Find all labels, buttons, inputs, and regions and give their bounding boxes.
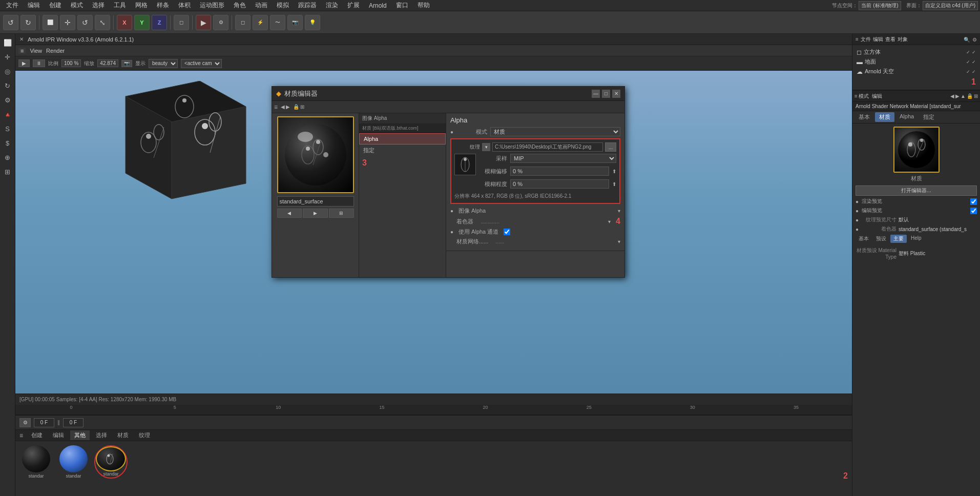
mat-ball-1[interactable]: standar xyxy=(19,445,53,479)
redo-button[interactable]: ↻ xyxy=(20,15,36,30)
light-button[interactable]: 💡 xyxy=(305,15,320,30)
sampling-dropdown[interactable]: MIP xyxy=(510,154,616,163)
sidebar-icon-6[interactable]: 🔺 xyxy=(1,108,14,121)
mat-lock-icon[interactable]: 🔒 xyxy=(293,104,299,110)
sidebar-icon-5[interactable]: ⚙ xyxy=(1,93,14,107)
generators-button[interactable]: ⚡ xyxy=(253,15,268,30)
radio-mode[interactable]: ● xyxy=(450,129,453,135)
radio-use-alpha[interactable]: ● xyxy=(450,229,453,235)
mat-list-item-alpha[interactable]: Alpha xyxy=(359,133,446,144)
rb-fwd[interactable]: ▶ xyxy=(955,93,960,99)
sidebar-icon-7[interactable]: S xyxy=(1,122,14,135)
menu-render[interactable]: 渲染 xyxy=(322,0,342,11)
sub-tab-help[interactable]: Help xyxy=(908,235,925,243)
render-preview-checkbox[interactable] xyxy=(970,198,977,205)
mat-ball-3[interactable]: standar xyxy=(94,445,128,479)
rotate-tool-button[interactable]: ↺ xyxy=(77,15,93,30)
mat-editor-maximize[interactable]: □ xyxy=(602,90,610,98)
rp-tab-material[interactable]: 材质 xyxy=(875,112,894,122)
mat-tab-create[interactable]: 创建 xyxy=(27,430,47,440)
object-sky[interactable]: ☁ Arnold 天空 ✓ ✓ xyxy=(852,67,980,76)
menu-mograph[interactable]: 运动图形 xyxy=(196,0,228,11)
sidebar-icon-10[interactable]: ⊞ xyxy=(1,165,14,178)
radio-image-alpha[interactable]: ● xyxy=(450,208,453,214)
object-ground[interactable]: ▬ 地面 ✓ ✓ xyxy=(852,57,980,67)
menu-create[interactable]: 创建 xyxy=(45,0,66,11)
sidebar-icon-9[interactable]: ⊕ xyxy=(1,151,14,164)
edit-preview-radio[interactable]: ● xyxy=(856,208,859,214)
use-alpha-checkbox[interactable] xyxy=(504,229,510,235)
primitives-button[interactable]: ◻ xyxy=(235,15,251,30)
rp-object[interactable]: 对象 xyxy=(898,36,908,43)
mat-tab-other[interactable]: 其他 xyxy=(70,430,90,440)
rp-edit[interactable]: 编辑 xyxy=(873,36,883,43)
menu-window[interactable]: 窗口 xyxy=(392,0,412,11)
z-axis-button[interactable]: Z xyxy=(152,15,167,30)
rb-edit[interactable]: 编辑 xyxy=(872,93,882,100)
mat-name-input[interactable] xyxy=(277,196,354,206)
rb-menu[interactable]: ≡ xyxy=(854,93,858,99)
rb-up[interactable]: ▲ xyxy=(961,93,966,99)
sub-tab-main[interactable]: 主要 xyxy=(890,235,907,243)
timeline-settings-btn[interactable]: ⚙ xyxy=(19,418,31,427)
sidebar-icon-8[interactable]: $ xyxy=(1,136,14,150)
ipr-menu-icon[interactable]: ≡ xyxy=(18,48,26,54)
shader-radio[interactable]: ● xyxy=(856,226,859,232)
menu-select[interactable]: 选择 xyxy=(88,0,109,11)
mat-ball-2[interactable]: standar xyxy=(57,445,90,479)
tex-size-radio[interactable]: ● xyxy=(856,217,859,223)
texture-expand-btn[interactable]: ▾ xyxy=(482,143,490,151)
mat-nav-fwd[interactable]: ▶ xyxy=(303,209,328,218)
ipr-view-menu[interactable]: View xyxy=(30,48,42,54)
render-play-button[interactable]: ▶ xyxy=(196,15,211,30)
menu-mode[interactable]: 模式 xyxy=(67,0,87,11)
rp-tab-alpha[interactable]: Alpha xyxy=(895,112,918,122)
sub-tab-preset[interactable]: 预设 xyxy=(873,235,889,243)
sidebar-icon-4[interactable]: ↻ xyxy=(1,79,14,92)
mat-editor-close[interactable]: ✕ xyxy=(612,90,620,98)
texture-file-browse[interactable]: ... xyxy=(605,142,616,152)
mat-tab-edit[interactable]: 编辑 xyxy=(49,430,68,440)
rb-expand[interactable]: ⊞ xyxy=(974,93,978,99)
ipr-play-button[interactable]: ▶ xyxy=(18,59,30,67)
mat-fwd-btn[interactable]: ▶ xyxy=(286,104,290,110)
move-tool-button[interactable]: ✛ xyxy=(60,15,75,30)
camera-button[interactable]: 📷 xyxy=(287,15,303,30)
rb-mode[interactable]: 模式 xyxy=(859,93,869,100)
mat-nav-back[interactable]: ◀ xyxy=(277,209,302,218)
menu-extend[interactable]: 扩展 xyxy=(343,0,364,11)
rp-tab-assign[interactable]: 指定 xyxy=(919,112,939,122)
menu-animate[interactable]: 动画 xyxy=(251,0,272,11)
x-axis-button[interactable]: X xyxy=(117,15,132,30)
rp-file[interactable]: 文件 xyxy=(861,36,871,43)
sidebar-icon-3[interactable]: ◎ xyxy=(1,65,14,78)
menu-spline[interactable]: 样条 xyxy=(153,0,173,11)
object-mode-button[interactable]: ◻ xyxy=(174,15,189,30)
camera-dropdown[interactable]: <active cam> xyxy=(181,59,222,68)
blur-offset-input[interactable] xyxy=(510,167,609,176)
image-alpha-expand[interactable]: ▾ xyxy=(618,208,620,214)
menu-file[interactable]: 文件 xyxy=(2,0,23,11)
undo-button[interactable]: ↺ xyxy=(3,15,18,30)
mat-editor-menu[interactable]: ≡ xyxy=(274,104,278,111)
rp-search-icon[interactable]: 🔍 xyxy=(964,37,970,43)
deformers-button[interactable]: 〜 xyxy=(270,15,285,30)
menu-arnold[interactable]: Arnold xyxy=(365,1,391,10)
interface-value[interactable]: 自定义启动 c4d (用户) xyxy=(923,1,978,10)
rp-view[interactable]: 查看 xyxy=(885,36,895,43)
menu-track[interactable]: 跟踪器 xyxy=(294,0,321,11)
render-preview-radio[interactable]: ● xyxy=(856,199,859,204)
rp-menu[interactable]: ≡ xyxy=(856,36,859,42)
select-tool-button[interactable]: ⬜ xyxy=(43,15,58,30)
blur-level-stepper[interactable]: ⬆ xyxy=(612,181,616,187)
sidebar-icon-2[interactable]: ✛ xyxy=(1,50,14,64)
rb-lock[interactable]: 🔒 xyxy=(967,93,973,99)
blur-level-input[interactable] xyxy=(510,179,609,189)
edit-preview-checkbox[interactable] xyxy=(970,208,977,214)
menu-tools[interactable]: 工具 xyxy=(110,0,130,11)
ipr-close-icon[interactable]: ✕ xyxy=(19,36,24,42)
render-settings-button[interactable]: ⚙ xyxy=(213,15,228,30)
ipr-pause-button[interactable]: ⏸ xyxy=(33,59,45,67)
menu-mesh[interactable]: 网格 xyxy=(131,0,152,11)
shader-expand[interactable]: ▾ xyxy=(608,219,611,224)
